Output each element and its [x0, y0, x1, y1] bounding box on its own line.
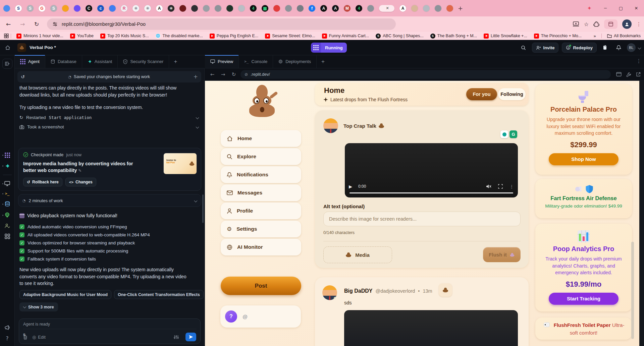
browser-tab[interactable]: A	[320, 5, 327, 12]
bookmark-star-icon[interactable]: ☆	[584, 21, 589, 27]
browser-tab[interactable]	[3, 5, 10, 12]
bookmark-item[interactable]: YouTube	[70, 34, 94, 39]
avatar[interactable]	[322, 285, 337, 300]
sidebar-item-messages[interactable]: Messages	[221, 184, 301, 201]
project-avatar[interactable]	[17, 43, 26, 52]
search-icon[interactable]	[519, 43, 529, 53]
browser-tab[interactable]	[367, 5, 374, 12]
suggestion-chip[interactable]: Adaptive Background Music for User Mood	[19, 290, 111, 299]
bookmarks-overflow-icon[interactable]: »	[593, 34, 596, 39]
panel-menu-icon[interactable]: ⋮	[636, 59, 641, 64]
sidebar-item-explore[interactable]: Explore	[221, 148, 301, 165]
browser-menu-icon[interactable]: ⋮	[636, 22, 641, 27]
project-title[interactable]: Verbal Poo *	[30, 45, 56, 50]
browser-tab[interactable]: ✳	[144, 5, 151, 12]
sidebar-item-settings[interactable]: ⚙Settings	[221, 221, 301, 237]
open-external-icon[interactable]	[636, 72, 641, 77]
address-bar[interactable]: replit.com/@bloombergjr30/Verbal-Poo	[47, 18, 396, 30]
avatar[interactable]	[323, 118, 338, 133]
browser-tab[interactable]	[238, 5, 245, 12]
home-icon[interactable]	[3, 43, 13, 53]
grammarly-icon[interactable]: G	[509, 130, 517, 138]
video-progress-bar[interactable]	[350, 192, 513, 193]
browser-tab[interactable]	[203, 5, 210, 12]
checkpoint-thumbnail[interactable]: lcome to bal Poo	[163, 153, 197, 174]
browser-tab[interactable]	[273, 5, 280, 12]
tab-console[interactable]: >_Console	[239, 55, 273, 68]
post-button[interactable]: Post	[221, 277, 301, 295]
browser-tab[interactable]: ✕	[379, 5, 394, 12]
browser-tab[interactable]: M	[344, 5, 351, 12]
send-to-device-icon[interactable]	[573, 21, 579, 27]
browser-tab[interactable]	[226, 5, 233, 12]
tab-agent[interactable]: Agent	[15, 55, 45, 68]
browser-tab[interactable]	[423, 5, 430, 12]
browser-tab[interactable]: ✳	[168, 5, 174, 12]
bookmark-item[interactable]: Sesame Street: Elmo...	[265, 34, 315, 39]
user-avatar[interactable]: BL	[627, 43, 636, 52]
browser-tab[interactable]: A	[399, 5, 406, 12]
rollback-button[interactable]: ↺Rollback here	[23, 178, 62, 186]
browser-tab[interactable]: 4	[356, 5, 362, 12]
browser-tab[interactable]: A	[156, 5, 163, 12]
browser-tab[interactable]: 4	[250, 5, 257, 12]
all-bookmarks-button[interactable]: All Bookmarks	[607, 34, 641, 38]
tab-close-icon[interactable]: ✕	[386, 6, 389, 10]
new-chat-icon[interactable]: +	[194, 74, 198, 79]
chat-widget[interactable]: ? @	[220, 305, 301, 328]
reload-icon[interactable]: ↻	[31, 18, 42, 30]
rail-preview-icon[interactable]	[0, 181, 14, 186]
sidebar-item-notifications[interactable]: Notifications	[221, 166, 301, 183]
browser-tab[interactable]: S	[15, 5, 22, 12]
browser-tab[interactable]	[74, 5, 80, 12]
bell-icon[interactable]	[613, 43, 624, 53]
preview-back-icon[interactable]: ←	[208, 71, 216, 77]
video-player[interactable]: ▶ 0:00 ⋮	[345, 143, 518, 197]
show-more-button[interactable]: Show 3 more	[19, 302, 58, 311]
add-tab-button[interactable]: +	[169, 55, 182, 68]
browser-tab[interactable]	[297, 5, 304, 12]
bookmark-item[interactable]: Minions 1 hour vide...	[16, 34, 63, 39]
browser-profile-chip[interactable]	[604, 19, 618, 29]
shop-now-button[interactable]: Shop Now	[549, 153, 619, 165]
bookmark-item[interactable]: 🌐The disabled marke...	[156, 34, 203, 39]
browser-tab[interactable]: S	[27, 5, 34, 12]
browser-tab[interactable]: C	[86, 5, 92, 12]
browser-tab[interactable]: R	[121, 5, 127, 12]
model-settings-icon[interactable]	[174, 335, 179, 339]
clipboard-icon[interactable]	[600, 43, 610, 53]
alt-text-input[interactable]	[323, 212, 521, 226]
media-upload-button[interactable]: Media	[323, 246, 392, 263]
sidebar-item-ai-monitor[interactable]: AI Monitor	[221, 239, 301, 255]
window-close-button[interactable]: ✕	[629, 0, 644, 16]
bookmark-item[interactable]: Top 20 Kids Music S...	[100, 34, 149, 39]
rail-agent-icon[interactable]	[0, 153, 14, 158]
tab-for-you[interactable]: For you	[466, 88, 497, 100]
browser-tab[interactable]: ▦	[262, 5, 268, 12]
bookmark-item[interactable]: SABC Song | Shapes...	[376, 34, 423, 39]
edit-pencil-icon[interactable]: ✎	[78, 169, 82, 173]
chevron-down-icon[interactable]	[638, 46, 641, 49]
flush-it-button[interactable]: Flush it	[483, 247, 521, 262]
bookmark-item[interactable]: Funny Animals Cart...	[322, 34, 369, 39]
changes-button[interactable]: <>Changes	[65, 178, 96, 186]
browser-tab[interactable]	[215, 5, 221, 12]
tab-preview[interactable]: Preview	[205, 55, 239, 68]
browser-tab[interactable]: ✳	[132, 5, 139, 12]
tab-deployments[interactable]: Deployments	[273, 55, 317, 68]
browser-tab[interactable]	[285, 5, 292, 12]
invite-button[interactable]: Invite	[532, 43, 559, 53]
browser-tab[interactable]	[446, 5, 453, 12]
scrollbar-thumb[interactable]	[631, 242, 634, 339]
history-icon[interactable]: ↺	[21, 74, 25, 79]
browser-tab[interactable]	[62, 5, 69, 12]
sidebar-item-home[interactable]: Home	[221, 130, 301, 147]
devtools-icon[interactable]	[616, 72, 622, 77]
add-tab-button[interactable]: +	[317, 55, 329, 68]
bookmark-item[interactable]: The Pinocchio + Mo...	[534, 34, 582, 39]
tab-security-scanner[interactable]: Security Scanner	[118, 55, 169, 68]
browser-tab[interactable]: f	[309, 5, 315, 12]
browser-sparkle-icon[interactable]: ✦	[587, 6, 592, 11]
preview-reload-icon[interactable]: ↻	[230, 71, 238, 77]
post-reaction-button[interactable]	[439, 283, 452, 297]
